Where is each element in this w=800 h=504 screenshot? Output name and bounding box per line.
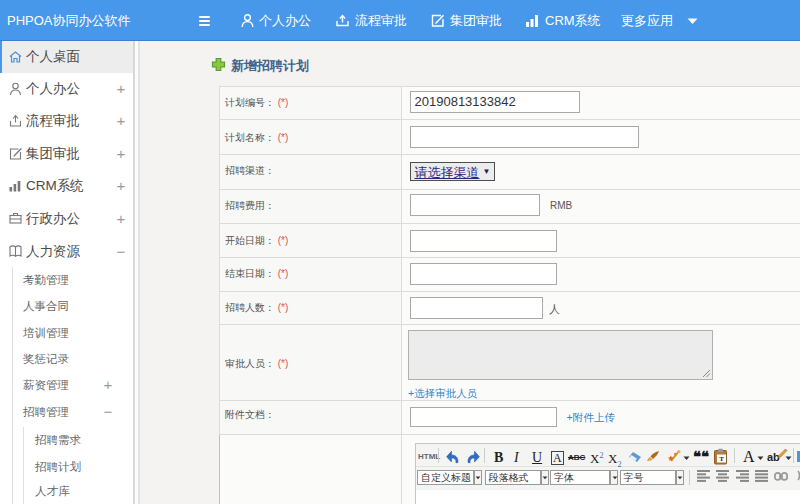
svg-text:T: T (719, 455, 724, 463)
